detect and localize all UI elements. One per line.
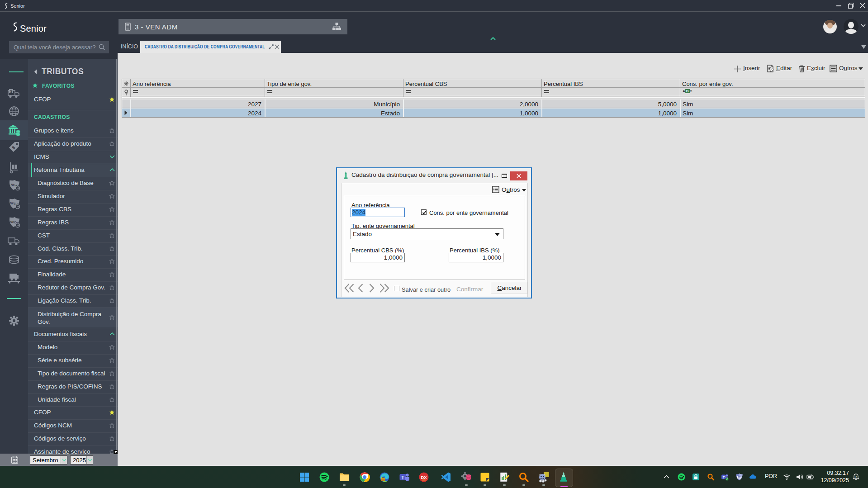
svg-text:T: T: [723, 475, 725, 479]
svg-text:z: z: [855, 475, 857, 478]
svg-text:T: T: [401, 475, 404, 480]
svg-text:$: $: [10, 89, 12, 94]
svg-text:DX: DX: [421, 475, 427, 480]
